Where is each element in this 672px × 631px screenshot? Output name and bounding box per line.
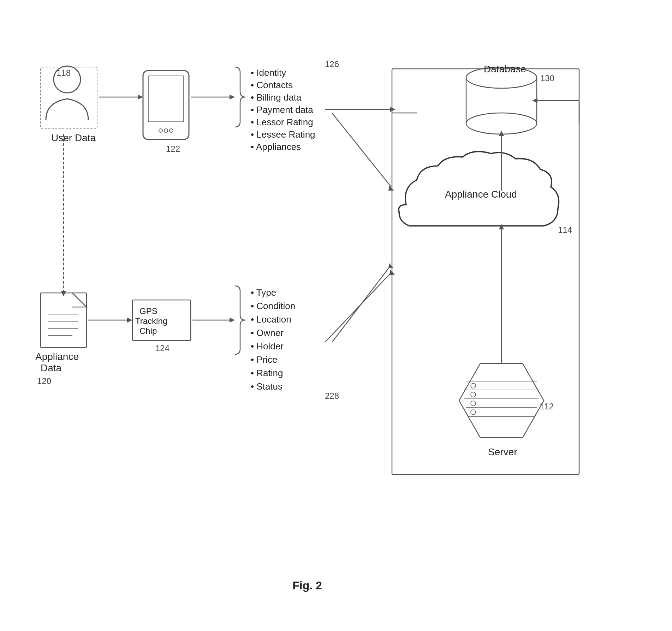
ref-126: 126 (325, 59, 339, 69)
figure-label: Fig. 2 (292, 579, 322, 592)
diagram-container: User Data 118 122 126 • Identity • Conta… (18, 18, 654, 613)
ref-122: 122 (166, 144, 180, 154)
svg-text:• Billing data: • Billing data (251, 92, 302, 103)
svg-text:• Appliances: • Appliances (251, 142, 301, 152)
svg-text:• Lessee Rating: • Lessee Rating (251, 129, 315, 140)
svg-text:• Holder: • Holder (251, 341, 284, 351)
diagram-svg: User Data 118 122 126 • Identity • Conta… (18, 18, 654, 613)
svg-text:• Price: • Price (251, 354, 278, 365)
ref-124: 124 (155, 343, 170, 353)
svg-text:• Rating: • Rating (251, 368, 283, 378)
svg-text:GPS: GPS (139, 306, 157, 316)
svg-text:• Type: • Type (251, 287, 276, 298)
ref-114: 114 (558, 225, 572, 235)
ref-130: 130 (540, 73, 554, 83)
svg-text:• Lessor Rating: • Lessor Rating (251, 117, 313, 127)
svg-text:• Identity: • Identity (251, 67, 286, 78)
svg-text:• Contacts: • Contacts (251, 80, 293, 90)
ref-112: 112 (540, 402, 554, 411)
server-label: Server (488, 446, 517, 457)
svg-text:Tracking: Tracking (135, 316, 167, 326)
ref-228: 228 (325, 391, 339, 401)
svg-rect-0 (18, 18, 654, 613)
svg-text:• Owner: • Owner (251, 327, 284, 338)
svg-text:Chip: Chip (139, 326, 157, 336)
svg-text:• Location: • Location (251, 314, 291, 325)
svg-text:• Condition: • Condition (251, 301, 295, 311)
svg-text:• Status: • Status (251, 381, 283, 392)
appliance-data-label2: Data (41, 362, 62, 373)
user-data-label: User Data (51, 132, 96, 143)
ref-120: 120 (37, 376, 51, 386)
ref-118: 118 (57, 68, 71, 78)
cloud-label: Appliance Cloud (445, 189, 517, 200)
svg-text:• Payment data: • Payment data (251, 104, 313, 115)
appliance-data-label: Appliance (35, 351, 79, 362)
